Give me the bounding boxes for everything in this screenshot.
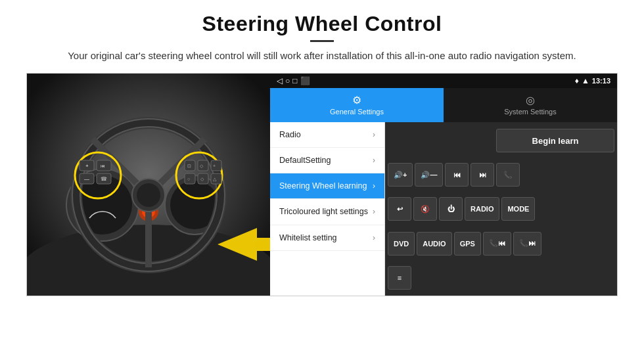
signal-icon: ▲ (582, 76, 589, 85)
gps-button[interactable]: GPS (454, 232, 481, 256)
page-wrapper: Steering Wheel Control Your original car… (0, 0, 644, 358)
phone-prev-button[interactable]: 📞⏮ (483, 232, 511, 256)
menu-item-tricoloured[interactable]: Tricoloured light settings › (270, 199, 384, 225)
status-icons: ♦ ▲ 13:13 (575, 76, 610, 85)
page-subtitle: Your original car's steering wheel contr… (68, 49, 576, 64)
tab-system[interactable]: ◎ System Settings (444, 88, 617, 122)
panel-row-1: Begin learn (388, 125, 614, 157)
home-icon: ○ (285, 76, 290, 85)
gps-label: GPS (460, 240, 475, 248)
android-ui: ◁ ○ □ ⬛ ♦ ▲ 13:13 ⚙ General Settings (270, 74, 617, 296)
content-row: + ⏮ — ☎ ⊡ ◇ + ○ ◇ △ (26, 73, 618, 296)
car-image-area: + ⏮ — ☎ ⊡ ◇ + ○ ◇ △ (27, 74, 270, 296)
hangup-icon: ↩ (397, 205, 403, 213)
main-content: Radio › DefaultSetting › Steering Wheel … (270, 122, 617, 296)
prev-track-button[interactable]: ⏮ (445, 163, 469, 187)
right-panel: Begin learn 🔊+ 🔊— ⏮ (385, 122, 617, 296)
power-button[interactable]: ⏻ (439, 197, 463, 221)
system-settings-icon: ◎ (526, 94, 535, 106)
mode-button[interactable]: MODE (501, 197, 535, 221)
panel-row-5: ≡ (388, 261, 614, 294)
general-settings-icon: ⚙ (352, 94, 361, 106)
svg-text:—: — (84, 176, 89, 182)
begin-learn-button[interactable]: Begin learn (496, 129, 614, 152)
next-track-icon: ⏭ (479, 171, 486, 179)
dvd-button[interactable]: DVD (388, 232, 415, 256)
svg-point-15 (137, 183, 160, 207)
next-track-button[interactable]: ⏭ (471, 163, 494, 187)
tab-system-label: System Settings (504, 108, 556, 116)
menu-item-default-label: DefaultSetting (279, 155, 331, 166)
power-icon: ⏻ (448, 205, 455, 213)
tab-general[interactable]: ⚙ General Settings (270, 88, 444, 122)
mute-icon: 🔇 (421, 205, 430, 213)
vol-up-icon: 🔊+ (394, 171, 407, 179)
svg-text:○: ○ (187, 177, 190, 181)
panel-row-4: DVD AUDIO GPS 📞⏮ 📞⏭ (388, 227, 614, 259)
dvd-label: DVD (394, 240, 409, 248)
menu-item-radio-label: Radio (279, 129, 301, 140)
vol-down-icon: 🔊— (421, 171, 437, 179)
svg-text:⊡: ⊡ (187, 164, 191, 168)
back-icon: ◁ (277, 76, 283, 85)
panel-row-2: 🔊+ 🔊— ⏮ ⏭ 📞 (388, 159, 614, 191)
menu-arrow-default: › (373, 156, 375, 165)
screen-icon: ⬛ (300, 76, 310, 85)
svg-text:⏮: ⏮ (101, 164, 105, 168)
hangup-button[interactable]: ↩ (388, 197, 411, 221)
radio-button[interactable]: RADIO (465, 197, 499, 221)
svg-text:+: + (213, 164, 216, 168)
menu-list-icon: ≡ (398, 274, 402, 282)
phone-next-button[interactable]: 📞⏭ (513, 232, 541, 256)
menu-arrow-steering: › (373, 181, 375, 190)
vol-down-button[interactable]: 🔊— (415, 163, 443, 187)
audio-label: AUDIO (423, 240, 446, 248)
tab-bar: ⚙ General Settings ◎ System Settings (270, 88, 617, 122)
audio-button[interactable]: AUDIO (417, 232, 451, 256)
mute-button[interactable]: 🔇 (413, 197, 437, 221)
status-bar: ◁ ○ □ ⬛ ♦ ▲ 13:13 (270, 74, 617, 88)
location-icon: ♦ (575, 76, 579, 85)
title-divider (310, 40, 334, 42)
menu-item-steering[interactable]: Steering Wheel learning › (270, 173, 384, 199)
menu-item-whitelist[interactable]: Whitelist setting › (270, 225, 384, 251)
panel-row-3: ↩ 🔇 ⏻ RADIO MODE (388, 193, 614, 225)
menu-arrow-tricoloured: › (373, 207, 375, 216)
panel-empty-1 (388, 129, 494, 152)
vol-up-button[interactable]: 🔊+ (388, 163, 413, 187)
menu-item-steering-label: Steering Wheel learning (279, 181, 367, 191)
mode-label: MODE (507, 205, 529, 213)
menu-item-tricoloured-label: Tricoloured light settings (279, 206, 368, 217)
phone-button[interactable]: 📞 (496, 163, 520, 187)
phone-prev-icon: 📞⏮ (489, 239, 505, 248)
recents-icon: □ (292, 76, 297, 85)
menu-arrow-whitelist: › (373, 233, 375, 242)
radio-label: RADIO (471, 205, 494, 213)
menu-arrow-radio: › (373, 130, 375, 139)
phone-icon: 📞 (503, 171, 513, 179)
page-title: Steering Wheel Control (202, 12, 442, 36)
menu-item-radio[interactable]: Radio › (270, 122, 384, 148)
nav-icons: ◁ ○ □ ⬛ (277, 76, 310, 85)
svg-text:+: + (85, 163, 89, 169)
menu-list-button[interactable]: ≡ (388, 266, 411, 290)
left-menu: Radio › DefaultSetting › Steering Wheel … (270, 122, 385, 296)
menu-item-default[interactable]: DefaultSetting › (270, 148, 384, 173)
svg-text:☎: ☎ (101, 176, 107, 182)
menu-item-whitelist-label: Whitelist setting (279, 233, 337, 243)
phone-next-icon: 📞⏭ (519, 239, 536, 248)
status-time: 13:13 (592, 77, 610, 85)
prev-track-icon: ⏮ (453, 171, 461, 179)
tab-general-label: General Settings (330, 108, 384, 116)
